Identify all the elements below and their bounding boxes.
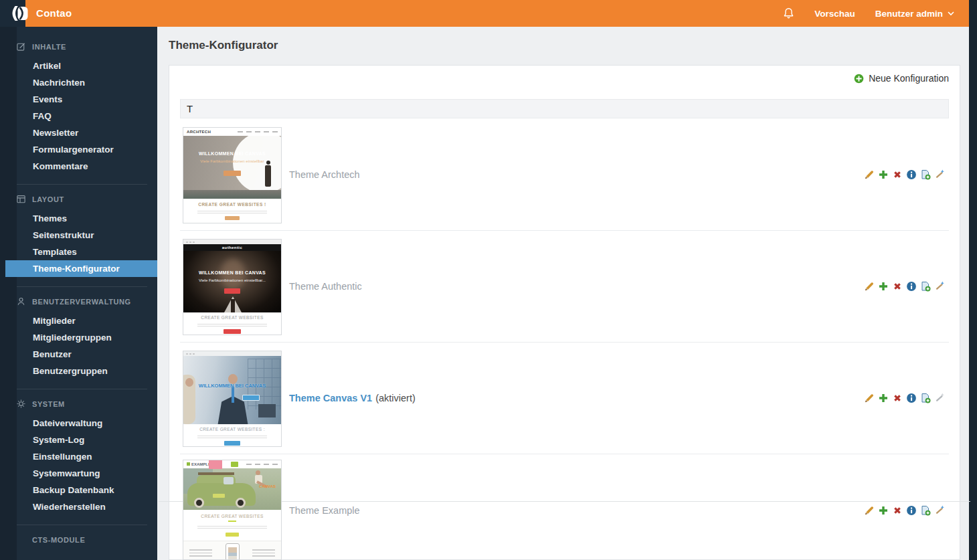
sidebar-item-theme-konfigurator[interactable]: Theme-Konfigurator xyxy=(5,260,157,277)
thumb-header: ARCHTECH xyxy=(183,128,281,136)
table-row: WILLKOMMEN BEI CANVAS CREATE GREAT WEBSI… xyxy=(180,343,949,454)
preview-link[interactable]: Vorschau xyxy=(814,9,855,19)
decor xyxy=(209,460,222,469)
theme-name: Theme Example xyxy=(289,505,363,516)
theme-thumbnail-canvas-v1: WILLKOMMEN BEI CANVAS CREATE GREAT WEBSI… xyxy=(183,351,282,447)
topbar: Contao Vorschau Benutzer admin xyxy=(0,0,969,27)
section-benutzerverwaltung: BENUTZERVERWALTUNG xyxy=(0,296,157,306)
sidebar-item-templates[interactable]: Templates xyxy=(0,244,157,260)
row-actions xyxy=(864,393,945,403)
duplicate-icon[interactable] xyxy=(878,169,889,180)
edit-icon xyxy=(16,41,26,52)
theme-thumbnail-authentic: authentic WILLKOMMEN BEI CANVAS Viele Fa… xyxy=(183,239,282,335)
sidebar-item-faq[interactable]: FAQ xyxy=(0,108,157,124)
phone-mockup xyxy=(226,543,240,560)
info-icon[interactable] xyxy=(906,281,917,292)
delete-icon[interactable] xyxy=(892,393,903,403)
new-configuration-button[interactable]: Neue Konfiguration xyxy=(854,73,949,84)
decor xyxy=(265,165,271,187)
sidebar-item-systemwartung[interactable]: Systemwartung xyxy=(0,465,157,482)
theme-list-panel: Neue Konfiguration T ARCHTECH xyxy=(169,65,960,560)
decor xyxy=(233,136,281,193)
sidebar-item-mitglieder[interactable]: Mitglieder xyxy=(0,312,157,329)
divider xyxy=(17,525,147,525)
edit-icon[interactable] xyxy=(864,505,875,516)
theme-wizard-icon[interactable] xyxy=(934,169,945,180)
section-inhalte: INHALTE xyxy=(0,41,157,52)
sidebar: INHALTE Artikel Nachrichten Events FAQ N… xyxy=(0,27,157,560)
delete-icon[interactable] xyxy=(892,281,903,292)
notifications-bell-icon[interactable] xyxy=(783,7,794,19)
chevron-down-icon xyxy=(948,11,954,16)
theme-thumbnail-archtech: ARCHTECH WILLKOMMEN BEI CANVAS Viele Far… xyxy=(183,127,282,223)
info-icon[interactable] xyxy=(906,393,917,403)
edit-icon[interactable] xyxy=(864,169,875,180)
page-title: Theme-Konfigurator xyxy=(169,39,278,52)
import-theme-icon[interactable] xyxy=(920,393,931,403)
thumb-cta-button xyxy=(242,395,260,401)
info-icon[interactable] xyxy=(906,505,917,516)
sidebar-item-nachrichten[interactable]: Nachrichten xyxy=(0,74,157,91)
import-theme-icon[interactable] xyxy=(920,505,931,516)
theme-name: Theme Archtech xyxy=(289,169,363,180)
theme-link[interactable]: Theme Canvas V1 xyxy=(289,393,372,403)
contao-logo-icon xyxy=(11,5,29,21)
sidebar-item-artikel[interactable]: Artikel xyxy=(0,58,157,74)
user-icon xyxy=(16,296,26,306)
sidebar-item-kommentare[interactable]: Kommentare xyxy=(0,158,157,175)
decor xyxy=(189,547,212,559)
sidebar-item-mitgliedergruppen[interactable]: Mitgliedergruppen xyxy=(0,329,157,346)
user-menu[interactable]: Benutzer admin xyxy=(875,9,954,19)
delete-icon[interactable] xyxy=(892,169,903,180)
layout-icon xyxy=(16,194,26,204)
theme-rows: ARCHTECH WILLKOMMEN BEI CANVAS Viele Far… xyxy=(180,119,949,559)
thumb-browser-bar xyxy=(183,351,281,356)
thumb-body: CREATE GREAT WEBSITES xyxy=(183,312,281,335)
sidebar-item-wiederherstellen[interactable]: Wiederherstellen xyxy=(0,498,157,515)
section-cts-module: CTS-MODULE xyxy=(0,535,157,545)
decor xyxy=(197,209,267,215)
delete-icon[interactable] xyxy=(892,505,903,516)
import-theme-icon[interactable] xyxy=(920,169,931,180)
theme-wizard-icon[interactable] xyxy=(934,505,945,516)
table-row: ARCHTECH WILLKOMMEN BEI CANVAS Viele Far… xyxy=(180,119,949,231)
import-theme-icon[interactable] xyxy=(920,281,931,292)
plus-circle-icon xyxy=(854,74,864,84)
row-actions xyxy=(864,281,945,292)
decor xyxy=(183,190,281,199)
row-actions xyxy=(864,169,945,180)
thumb-cta-button xyxy=(226,533,239,537)
decor xyxy=(232,387,234,403)
decor xyxy=(252,547,275,559)
theme-thumbnail-example: EXAMPLE xyxy=(183,460,282,560)
thumb-cta-button xyxy=(224,288,240,294)
duplicate-icon[interactable] xyxy=(878,505,889,516)
thumb-cta-button xyxy=(225,216,240,220)
sidebar-item-events[interactable]: Events xyxy=(0,91,157,108)
sidebar-item-benutzer[interactable]: Benutzer xyxy=(0,346,157,363)
theme-wizard-icon[interactable] xyxy=(934,281,945,292)
duplicate-icon[interactable] xyxy=(878,393,889,403)
thumb-body: CREATE GREAT WEBSITES ! xyxy=(183,199,281,223)
sidebar-item-benutzergruppen[interactable]: Benutzergruppen xyxy=(0,363,157,379)
duplicate-icon[interactable] xyxy=(878,281,889,292)
sidebar-item-einstellungen[interactable]: Einstellungen xyxy=(0,448,157,465)
page-edge-strip xyxy=(969,0,977,560)
thumb-body: CREATE GREAT WEBSITES : xyxy=(183,424,281,447)
sidebar-item-themes[interactable]: Themes xyxy=(0,210,157,227)
thumb-hero: WILLKOMMEN BEI CANVAS Viele Farbkombinat… xyxy=(183,251,281,312)
thumb-cta-button xyxy=(224,329,241,334)
edit-icon[interactable] xyxy=(864,281,875,292)
info-icon[interactable] xyxy=(906,169,917,180)
sidebar-item-backup-datenbank[interactable]: Backup Datenbank xyxy=(0,482,157,498)
edit-icon[interactable] xyxy=(864,393,875,403)
sidebar-item-system-log[interactable]: System-Log xyxy=(0,432,157,448)
sidebar-item-dateiverwaltung[interactable]: Dateiverwaltung xyxy=(0,415,157,432)
sidebar-item-newsletter[interactable]: Newsletter xyxy=(0,124,157,141)
sidebar-item-seitenstruktur[interactable]: Seitenstruktur xyxy=(0,227,157,244)
section-layout: LAYOUT xyxy=(0,194,157,204)
decor xyxy=(224,477,234,484)
decor xyxy=(258,404,276,417)
section-system: SYSTEM xyxy=(0,399,157,409)
sidebar-item-formulargenerator[interactable]: Formulargenerator xyxy=(0,141,157,158)
